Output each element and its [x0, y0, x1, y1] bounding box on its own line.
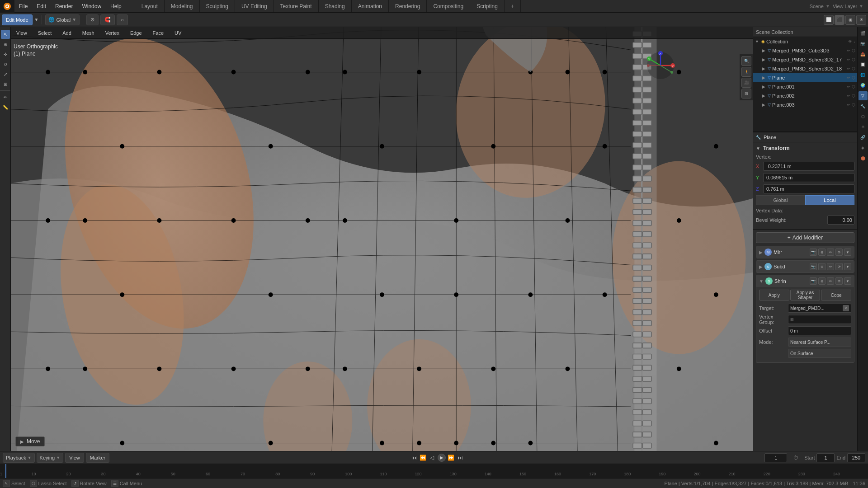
zoom-to-fit-btn[interactable]: 🔍: [741, 56, 751, 66]
play-btn[interactable]: ▶: [438, 454, 446, 462]
tab-scripting[interactable]: Scripting: [470, 0, 505, 12]
mirror-realtime-btn[interactable]: ⟳: [835, 249, 843, 256]
camera-btn[interactable]: 🎥: [741, 78, 751, 88]
view-tl-btn[interactable]: View: [65, 453, 84, 463]
scene-prop-icon[interactable]: 🎬: [859, 29, 868, 38]
play-reverse-btn[interactable]: ◁: [429, 454, 436, 461]
scene-dropdown[interactable]: Scene: [810, 4, 824, 9]
tab-compositing[interactable]: Compositing: [427, 0, 470, 12]
mode-dropdown[interactable]: Nearest Surface P...: [788, 338, 851, 347]
world-prop-icon[interactable]: 🌍: [859, 81, 868, 90]
subdiv-more-btn[interactable]: ▼: [844, 263, 851, 270]
z-value-input[interactable]: [763, 184, 854, 193]
bevel-weight-input[interactable]: [827, 216, 854, 225]
add-modifier-btn[interactable]: + Add Modifier: [756, 232, 854, 243]
tab-texture-paint[interactable]: Texture Paint: [274, 0, 319, 12]
edge-menu-btn[interactable]: Edge: [127, 28, 146, 38]
render-prop-icon[interactable]: 📷: [859, 39, 868, 48]
tab-rendering[interactable]: Rendering: [389, 0, 427, 12]
mesh-menu-btn[interactable]: Mesh: [79, 28, 98, 38]
tab-animation[interactable]: Animation: [352, 0, 389, 12]
view-menu-btn[interactable]: View: [13, 28, 31, 38]
modifier-prop-icon[interactable]: 🔧: [859, 102, 868, 111]
snap-toggle[interactable]: 🧲: [100, 14, 115, 25]
data-prop-icon[interactable]: ◈: [859, 143, 868, 152]
tab-modeling[interactable]: Modeling: [165, 0, 200, 12]
step-back-btn[interactable]: ⏪: [420, 454, 427, 461]
select-menu-btn[interactable]: Select: [34, 28, 56, 38]
add-menu-btn[interactable]: Add: [59, 28, 75, 38]
shrink-render-btn[interactable]: ⊕: [818, 277, 826, 285]
shrink-edit-btn[interactable]: ✏: [827, 277, 834, 285]
grid-btn[interactable]: ⊞: [741, 89, 751, 99]
rendered-btn[interactable]: ☀: [856, 15, 866, 25]
vertex-menu-btn[interactable]: Vertex: [102, 28, 123, 38]
start-frame-input[interactable]: [816, 453, 835, 462]
outliner-item-plane003[interactable]: ▶ ▽ Plane.003 ✏ ⬡: [753, 100, 857, 109]
outliner-item-sphere18[interactable]: ▶ ▽ Merged_PM3D_Sphere3D2_18 ✏ ⬡: [753, 64, 857, 73]
mirror-edit-btn[interactable]: ✏: [827, 249, 834, 256]
end-frame-input[interactable]: [847, 453, 865, 462]
outliner-item-sphere17[interactable]: ▶ ▽ Merged_PM3D_Sphere3D2_17 ✏ ⬡: [753, 55, 857, 64]
tab-shading[interactable]: Shading: [319, 0, 352, 12]
menu-window[interactable]: Window: [77, 0, 106, 12]
local-space-btn[interactable]: Local: [805, 195, 854, 205]
subdiv-edit-btn[interactable]: ✏: [827, 263, 834, 270]
apply-btn[interactable]: Apply: [759, 290, 789, 300]
menu-edit[interactable]: Edit: [32, 0, 51, 12]
physics-prop-icon[interactable]: ⚛: [859, 122, 868, 131]
outliner-item-cube[interactable]: ▶ ▽ Merged_PM3D_Cube3D3 ✏ ⬡: [753, 46, 857, 55]
output-prop-icon[interactable]: 📤: [859, 50, 868, 59]
transform-space-dropdown[interactable]: 🌐 Global ▼: [45, 14, 80, 25]
wireframe-btn[interactable]: ⬜: [824, 15, 834, 25]
offset-input[interactable]: [788, 326, 851, 335]
mirror-collapse-arrow[interactable]: ▶: [759, 250, 763, 255]
playback-dropdown[interactable]: Playback ▼: [3, 453, 35, 463]
scale-tool[interactable]: ⤢: [1, 70, 10, 79]
subdiv-realtime-btn[interactable]: ⟳: [835, 263, 843, 270]
face-menu-btn[interactable]: Face: [149, 28, 167, 38]
material-prop-icon[interactable]: ⬤: [859, 154, 868, 163]
move-tool[interactable]: ✛: [1, 50, 10, 59]
menu-render[interactable]: Render: [51, 0, 77, 12]
solid-btn[interactable]: ⬛: [835, 15, 844, 25]
transform-collapse-arrow[interactable]: ▼: [756, 146, 760, 151]
tab-uv-editing[interactable]: UV Editing: [235, 0, 274, 12]
measure-tool[interactable]: 📏: [1, 103, 10, 112]
shrink-collapse-arrow[interactable]: ▼: [759, 279, 764, 284]
vgroup-input[interactable]: ⊞: [788, 315, 851, 324]
timeline-scrubber[interactable]: 1102030405060708090100110120130140150160…: [0, 464, 868, 478]
global-space-btn[interactable]: Global: [756, 195, 805, 205]
outliner-collection[interactable]: ▼ ◉ Collection 👁 ↓: [753, 37, 857, 46]
shrink-more-btn[interactable]: ▼: [844, 277, 851, 285]
keying-dropdown[interactable]: Keying ▼: [37, 453, 64, 463]
edit-mode-dropdown[interactable]: Edit Mode: [2, 14, 33, 25]
walk-navigate-btn[interactable]: 🚶: [741, 67, 751, 77]
select-tool[interactable]: ↖: [1, 30, 10, 39]
jump-end-btn[interactable]: ⏭: [457, 454, 464, 461]
menu-file[interactable]: File: [14, 0, 32, 12]
subdiv-camera-btn[interactable]: 📷: [810, 263, 817, 270]
tab-layout[interactable]: Layout: [135, 0, 165, 12]
mirror-render-btn[interactable]: ⊕: [818, 249, 826, 256]
rotate-tool[interactable]: ↺: [1, 60, 10, 69]
current-frame-input[interactable]: [764, 453, 787, 462]
select-icon[interactable]: ↖: [3, 480, 10, 487]
y-value-input[interactable]: [763, 173, 854, 182]
call-menu-icon[interactable]: ☰: [111, 480, 118, 487]
scene-data-prop-icon[interactable]: 🌐: [859, 70, 868, 80]
subdiv-collapse-arrow[interactable]: ▶: [759, 264, 763, 269]
subdiv-render-btn[interactable]: ⊕: [818, 263, 826, 270]
uv-menu-btn[interactable]: UV: [171, 28, 185, 38]
shrink-realtime-btn[interactable]: ⟳: [835, 277, 843, 285]
constraints-prop-icon[interactable]: 🔗: [859, 133, 868, 142]
outliner-item-plane[interactable]: ▶ ▽ Plane ✏ ⬡: [753, 73, 857, 82]
transform-tool[interactable]: ⊞: [1, 80, 10, 89]
menu-help[interactable]: Help: [106, 0, 126, 12]
particles-prop-icon[interactable]: ⬡: [859, 112, 868, 121]
x-value-input[interactable]: [763, 162, 854, 171]
cursor-tool[interactable]: ⊕: [1, 40, 10, 49]
shrink-camera-btn[interactable]: 📷: [810, 277, 817, 285]
outliner-item-plane002[interactable]: ▶ ▽ Plane.002 ✏ ⬡: [753, 91, 857, 100]
apply-as-shaper-btn[interactable]: Apply as Shaper: [790, 290, 821, 300]
